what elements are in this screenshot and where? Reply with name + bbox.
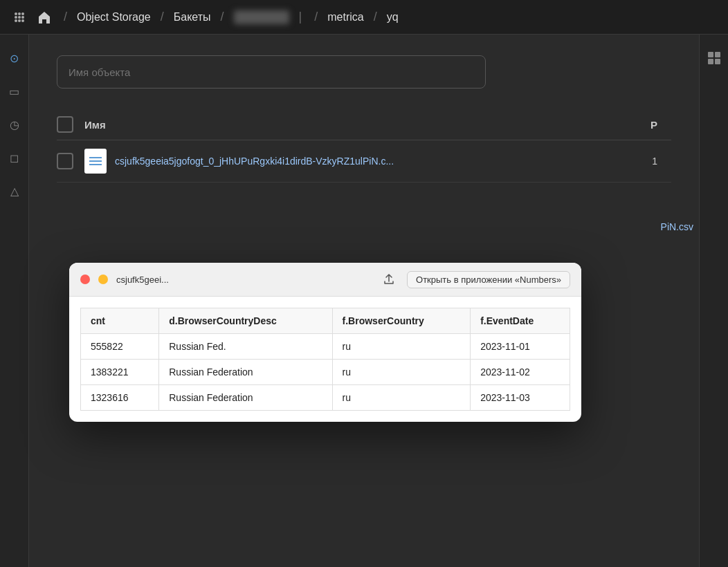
- col-header-browser-country-desc: d.BrowserCountryDesc: [159, 308, 332, 334]
- popup-table-container: cnt d.BrowserCountryDesc f.BrowserCountr…: [69, 297, 581, 422]
- breadcrumb-sep-6: /: [374, 10, 377, 24]
- svg-point-3: [15, 16, 17, 19]
- svg-rect-9: [708, 52, 713, 57]
- popup-title: csjufk5geei...: [116, 275, 371, 285]
- row-checkbox[interactable]: [57, 153, 73, 169]
- search-container: [57, 55, 486, 89]
- svg-point-1: [18, 12, 21, 15]
- sidebar-clock-icon[interactable]: ⊙: [5, 48, 24, 68]
- svg-rect-11: [708, 59, 713, 64]
- col-header-event-date: f.EventDate: [471, 308, 570, 334]
- col-header-browser-country: f.BrowserCountry: [332, 308, 471, 334]
- right-grid-icon[interactable]: [704, 48, 724, 68]
- breadcrumb-yq[interactable]: yq: [387, 11, 399, 24]
- minimize-button[interactable]: [98, 275, 108, 284]
- cell-2-2: ru: [332, 385, 471, 411]
- file-type-icon: [84, 149, 107, 174]
- row-number: 1: [652, 156, 671, 167]
- close-button[interactable]: [80, 275, 90, 284]
- breadcrumb-sep-1: /: [64, 10, 67, 24]
- breadcrumb-sep-2: /: [161, 10, 164, 24]
- cell-1-2: ru: [332, 360, 471, 385]
- svg-point-7: [18, 19, 21, 22]
- table-row: 1323616Russian Federationru2023-11-03: [81, 385, 570, 411]
- breadcrumb-metrica[interactable]: metrica: [327, 11, 363, 24]
- share-icon[interactable]: [379, 270, 399, 289]
- svg-point-2: [21, 12, 24, 15]
- right-sidebar: [699, 35, 728, 567]
- search-input[interactable]: [69, 66, 474, 78]
- sidebar-box-icon[interactable]: ◻: [5, 148, 24, 167]
- col-name-label: Имя: [84, 119, 650, 131]
- topbar: / Object Storage / Бакеты / | / metrica …: [0, 0, 728, 35]
- breadcrumb-sep-5: /: [314, 10, 318, 24]
- left-sidebar: ⊙ ▭ ◷ ◻ △: [0, 35, 29, 567]
- svg-point-6: [15, 19, 17, 22]
- cell-0-3: 2023-11-01: [471, 334, 570, 360]
- preview-popup: csjufk5geei... Открыть в приложении «Num…: [69, 263, 581, 422]
- cell-2-3: 2023-11-03: [471, 385, 570, 411]
- header-checkbox[interactable]: [57, 116, 73, 133]
- table-row: 555822Russian Fed.ru2023-11-01: [81, 334, 570, 360]
- partial-filename-right: PiN.csv: [661, 221, 693, 232]
- table-row[interactable]: csjufk5geeia5jgofogt_0_jHhUPuRgxki4i1dir…: [57, 140, 671, 183]
- svg-rect-10: [715, 52, 720, 57]
- apps-icon[interactable]: [11, 9, 28, 26]
- cell-0-0: 555822: [81, 334, 159, 360]
- sidebar-history-icon[interactable]: ◷: [5, 115, 24, 134]
- cell-1-1: Russian Federation: [159, 360, 332, 385]
- popup-titlebar: csjufk5geei... Открыть в приложении «Num…: [69, 263, 581, 297]
- col-header-cnt: cnt: [81, 308, 159, 334]
- cell-2-1: Russian Federation: [159, 385, 332, 411]
- breadcrumb-blurred: [234, 10, 289, 24]
- svg-point-4: [18, 16, 21, 19]
- svg-point-0: [15, 12, 17, 15]
- breadcrumb-buckets[interactable]: Бакеты: [174, 11, 211, 24]
- table-header: Имя Р: [57, 109, 671, 140]
- svg-point-5: [21, 16, 24, 19]
- table-row: 1383221Russian Federationru2023-11-02: [81, 360, 570, 385]
- cell-0-1: Russian Fed.: [159, 334, 332, 360]
- sidebar-file-icon[interactable]: ▭: [5, 82, 24, 101]
- sidebar-upload-icon[interactable]: △: [5, 181, 24, 201]
- svg-point-8: [21, 19, 24, 22]
- cell-2-0: 1323616: [81, 385, 159, 411]
- data-table: cnt d.BrowserCountryDesc f.BrowserCountr…: [80, 308, 570, 411]
- breadcrumb-sep-3: /: [221, 10, 224, 24]
- home-icon[interactable]: [35, 8, 54, 27]
- row-filename[interactable]: csjufk5geeia5jgofogt_0_jHhUPuRgxki4i1dir…: [115, 156, 652, 167]
- table-header-row: cnt d.BrowserCountryDesc f.BrowserCountr…: [81, 308, 570, 334]
- open-in-app-button[interactable]: Открыть в приложении «Numbers»: [407, 271, 570, 288]
- cell-1-3: 2023-11-02: [471, 360, 570, 385]
- cell-0-2: ru: [332, 334, 471, 360]
- breadcrumb-sep-4: |: [299, 10, 302, 24]
- svg-rect-12: [715, 59, 720, 64]
- cell-1-0: 1383221: [81, 360, 159, 385]
- col-r-label: Р: [650, 119, 671, 131]
- breadcrumb-object-storage[interactable]: Object Storage: [77, 11, 151, 24]
